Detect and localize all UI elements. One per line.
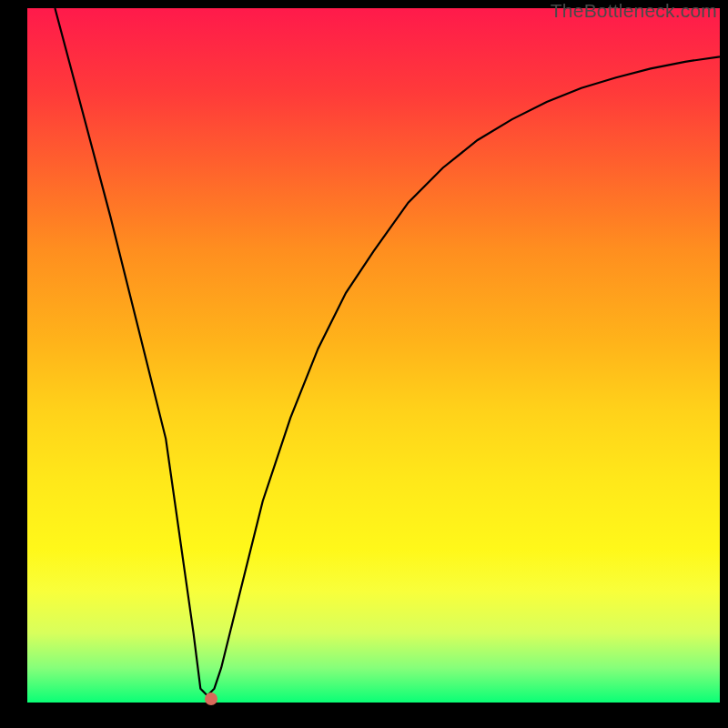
- bottleneck-curve: [27, 8, 720, 703]
- optimal-point-marker: [205, 693, 217, 705]
- watermark-text: TheBottleneck.com: [551, 0, 717, 22]
